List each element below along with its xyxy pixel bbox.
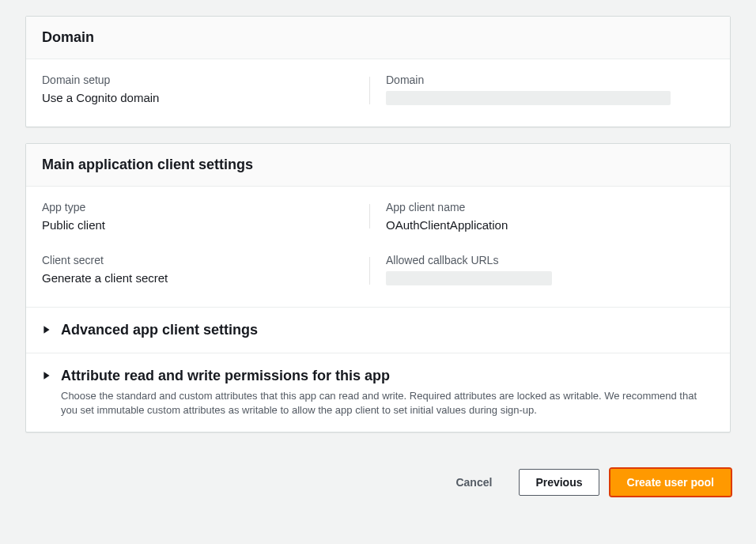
app-type-label: App type [42,201,370,213]
expander-advanced-settings[interactable]: Advanced app client settings [26,307,730,353]
cancel-button[interactable]: Cancel [440,469,508,496]
app-type-value: Public client [42,218,370,232]
app-client-name-block: App client name OAuthClientApplication [370,201,714,232]
expander-attr-permissions[interactable]: Attribute read and write permissions for… [26,353,730,432]
domain-setup-block: Domain setup Use a Cognito domain [42,74,370,108]
app-client-panel-body: App type Public client App client name O… [26,187,730,307]
create-user-pool-button[interactable]: Create user pool [610,469,731,496]
app-client-name-value: OAuthClientApplication [386,218,714,232]
app-client-panel-header: Main application client settings [26,144,730,187]
previous-button[interactable]: Previous [519,469,599,496]
app-client-panel: Main application client settings App typ… [25,143,731,433]
redacted-domain-value [386,91,671,105]
domain-panel-body: Domain setup Use a Cognito domain Domain [26,59,730,127]
client-secret-value: Generate a client secret [42,271,370,285]
client-secret-block: Client secret Generate a client secret [42,254,370,288]
svg-marker-1 [43,372,49,380]
callback-urls-block: Allowed callback URLs [370,254,714,288]
expander-attr-desc: Choose the standard and custom attribute… [61,389,714,417]
app-client-panel-title: Main application client settings [42,157,714,173]
domain-setup-label: Domain setup [42,74,370,86]
domain-value [386,91,714,108]
caret-right-icon [42,371,51,380]
redacted-callback-value [386,271,552,285]
domain-value-block: Domain [370,74,714,108]
expander-advanced-title: Advanced app client settings [61,322,714,338]
app-type-block: App type Public client [42,201,370,232]
callback-urls-value [386,271,714,288]
callback-urls-label: Allowed callback URLs [386,254,714,266]
app-client-name-label: App client name [386,201,714,213]
domain-setup-value: Use a Cognito domain [42,91,370,104]
domain-label: Domain [386,74,714,86]
caret-right-icon [42,325,51,334]
svg-marker-0 [43,326,49,334]
domain-panel-title: Domain [42,29,714,46]
client-secret-label: Client secret [42,254,370,266]
expander-attr-title: Attribute read and write permissions for… [61,368,714,384]
domain-panel: Domain Domain setup Use a Cognito domain… [25,16,731,127]
domain-panel-header: Domain [26,17,730,59]
wizard-footer-actions: Cancel Previous Create user pool [25,448,731,502]
